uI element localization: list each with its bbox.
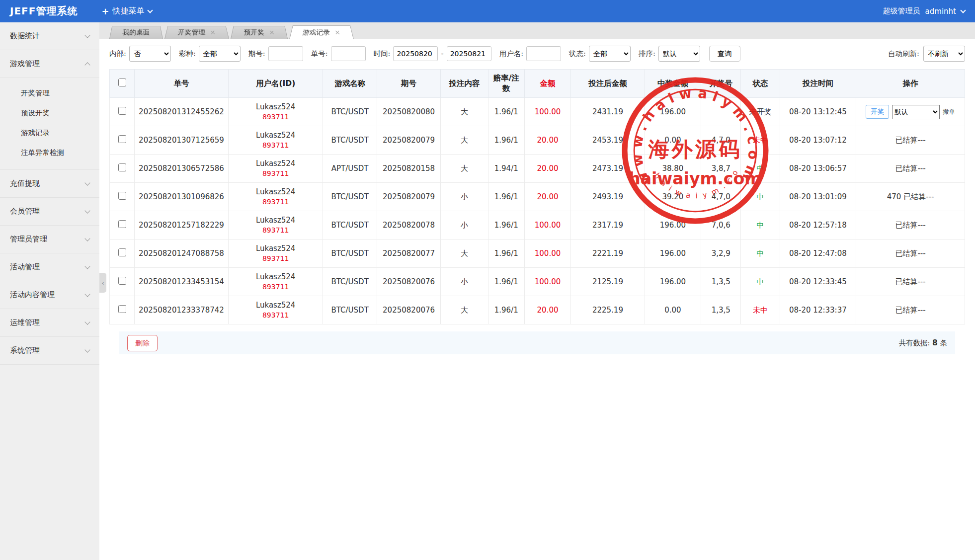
cell-amount: 100.00	[524, 240, 570, 268]
tab-item[interactable]: 开奖管理×	[164, 26, 229, 39]
sidebar-item[interactable]: 活动内容管理	[0, 281, 99, 309]
user-id-text: 893711	[231, 282, 321, 291]
cell-status: 未中	[741, 296, 780, 324]
filter-lottery-select[interactable]: 全部	[199, 46, 241, 62]
sidebar-item[interactable]: 活动管理	[0, 253, 99, 281]
sidebar-item[interactable]: 会员管理	[0, 198, 99, 226]
row-checkbox[interactable]	[118, 135, 126, 143]
delete-button[interactable]: 删除	[127, 335, 158, 351]
sidebar-collapse-handle[interactable]: ‹	[99, 273, 106, 293]
sidebar-menu: 数据统计游戏管理开奖管理预设开奖游戏记录注单异常检测充值提现会员管理管理员管理活…	[0, 22, 99, 365]
cell-bet-time: 08-20 12:57:18	[780, 211, 856, 240]
filter-sort-select[interactable]: 默认	[658, 46, 700, 62]
sidebar-subitem[interactable]: 注单异常检测	[0, 143, 99, 162]
chevron-down-icon	[84, 263, 90, 269]
filter-username-input[interactable]	[526, 46, 561, 61]
sidebar-item[interactable]: 系统管理	[0, 337, 99, 365]
records-table: 单号用户名(ID)游戏名称期号投注内容赔率/注数金额投注后金额中奖金额开奖号状态…	[109, 69, 965, 324]
row-checkbox[interactable]	[118, 277, 126, 285]
filter-order-input[interactable]	[331, 46, 366, 61]
total-unit: 条	[940, 339, 948, 347]
cell-amount: 100.00	[524, 98, 570, 126]
cell-issue: 20250820076	[377, 268, 440, 296]
cell-win-amount: 39.20	[645, 183, 701, 211]
auto-refresh-select[interactable]: 不刷新	[923, 46, 965, 62]
tab-label: 游戏记录	[302, 28, 330, 37]
cell-game-name: BTC/USDT	[323, 183, 377, 211]
user-menu[interactable]: 超级管理员 adminht	[883, 6, 965, 16]
tab-item[interactable]: 游戏记录×	[289, 25, 354, 39]
cell-amount: 20.00	[524, 183, 570, 211]
top-bar: JEFF管理系统 + 快捷菜单 超级管理员 adminht	[0, 0, 975, 22]
sidebar-item[interactable]: 运维管理	[0, 309, 99, 337]
filter-time-to-input[interactable]	[447, 46, 491, 61]
draw-button[interactable]: 开奖	[866, 105, 889, 119]
cell-order-no: 202508201233453154	[135, 268, 229, 296]
cell-game-name: BTC/USDT	[323, 98, 377, 126]
sidebar-item[interactable]: 管理员管理	[0, 226, 99, 253]
tab-close-icon[interactable]: ×	[269, 29, 275, 36]
row-checkbox[interactable]	[118, 163, 126, 171]
filter-issue-input[interactable]	[268, 46, 303, 61]
cell-action: 已结算---	[856, 155, 965, 183]
tab-close-icon[interactable]: ×	[210, 29, 216, 36]
row-checkbox-cell	[110, 240, 135, 268]
records-table-wrap: 单号用户名(ID)游戏名称期号投注内容赔率/注数金额投注后金额中奖金额开奖号状态…	[109, 69, 965, 354]
row-checkbox[interactable]	[118, 192, 126, 200]
cell-username: Lukasz524893711	[228, 211, 323, 240]
cell-odds: 1.94/1	[488, 155, 524, 183]
sidebar-subitem[interactable]: 开奖管理	[0, 83, 99, 103]
cell-draw-numbers: 4,7,0	[701, 183, 741, 211]
sidebar-subitem[interactable]: 预设开奖	[0, 103, 99, 123]
cell-game-name: BTC/USDT	[323, 296, 377, 324]
quick-menu[interactable]: + 快捷菜单	[101, 6, 152, 16]
sidebar-item-label: 充值提现	[10, 179, 40, 188]
row-checkbox-cell	[110, 98, 135, 126]
table-row: 202508201301096826Lukasz524893711BTC/USD…	[110, 183, 965, 211]
query-button[interactable]: 查询	[709, 46, 740, 62]
cancel-order-link[interactable]: 撤单	[943, 108, 955, 116]
tab-item[interactable]: 我的桌面	[109, 26, 163, 39]
filter-internal-label: 内部:	[109, 49, 126, 59]
action-controls: 开奖默认撤单	[858, 105, 963, 119]
cell-username: Lukasz524893711	[228, 268, 323, 296]
cell-bet-content: 大	[441, 240, 488, 268]
filter-bar: 内部: 否 彩种: 全部 期号: 单号: 时间: - 用户名: 状态: 全部 排…	[99, 39, 975, 67]
column-header: 赔率/注数	[488, 70, 524, 98]
quick-menu-label: 快捷菜单	[113, 6, 145, 16]
cell-odds: 1.96/1	[488, 268, 524, 296]
row-checkbox[interactable]	[118, 248, 126, 256]
filter-lottery-label: 彩种:	[179, 49, 196, 59]
sidebar-item[interactable]: 游戏管理	[0, 50, 99, 78]
cell-balance-after: 2125.19	[571, 268, 645, 296]
row-checkbox[interactable]	[118, 305, 126, 313]
cell-order-no: 202508201307125659	[135, 126, 229, 155]
cell-game-name: BTC/USDT	[323, 211, 377, 240]
user-name: adminht	[925, 7, 956, 16]
tab-item[interactable]: 预开奖×	[231, 26, 288, 39]
draw-mode-select[interactable]: 默认	[892, 105, 940, 119]
sidebar-item[interactable]: 数据统计	[0, 22, 99, 50]
plus-icon: +	[101, 6, 109, 16]
sidebar-subitem[interactable]: 游戏记录	[0, 123, 99, 143]
row-checkbox-cell	[110, 211, 135, 240]
row-checkbox[interactable]	[118, 107, 126, 115]
cell-draw-numbers: 3,2,9	[701, 240, 741, 268]
cell-action: 开奖默认撤单	[856, 98, 965, 126]
column-header: 期号	[377, 70, 440, 98]
column-header: 投注后金额	[571, 70, 645, 98]
username-text: Lukasz524	[231, 216, 321, 226]
filter-internal-select[interactable]: 否	[129, 46, 171, 62]
cell-game-name: BTC/USDT	[323, 126, 377, 155]
header-checkbox-cell	[110, 70, 135, 98]
cell-game-name: APT/USDT	[323, 155, 377, 183]
sidebar-item[interactable]: 充值提现	[0, 170, 99, 198]
row-checkbox[interactable]	[118, 220, 126, 228]
filter-time-from-input[interactable]	[393, 46, 438, 61]
select-all-checkbox[interactable]	[118, 79, 126, 86]
filter-status-select[interactable]: 全部	[589, 46, 631, 62]
tab-close-icon[interactable]: ×	[334, 29, 341, 36]
cell-odds: 1.96/1	[488, 183, 524, 211]
total-label: 共有数据:	[899, 339, 930, 347]
cell-status: 中	[741, 183, 780, 211]
